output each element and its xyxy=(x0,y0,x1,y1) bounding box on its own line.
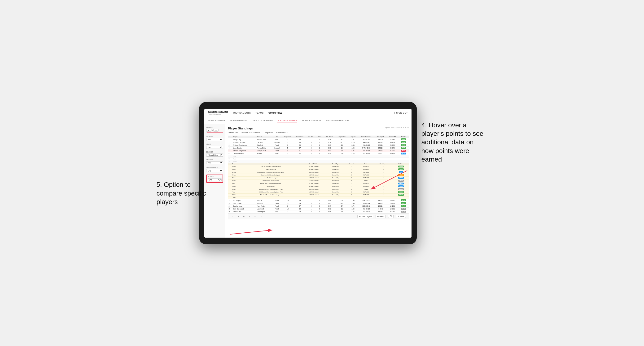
table-row: 26 Petr Hruby Washington Fifth 7 23 0 0 … xyxy=(228,210,409,213)
inner-badge[interactable]: 30.47 xyxy=(398,185,404,187)
vs25-1: 29-15-0 xyxy=(375,138,387,141)
inner-table-row: DavidWilliams CupNCAA Division IMatch Pl… xyxy=(228,185,409,188)
sub-nav-team-h2h-heatmap[interactable]: TEAM H2H HEATMAP xyxy=(252,118,273,123)
slider-fill xyxy=(207,133,223,133)
clock-btn[interactable]: ⏱ xyxy=(260,215,263,218)
col-yr: Yr xyxy=(272,136,282,138)
points-badge-3[interactable]: 70.2 xyxy=(401,144,406,146)
inner-badge[interactable]: 73.28 xyxy=(398,174,404,176)
inner-badge[interactable]: 25.36 xyxy=(398,188,404,190)
tablet-screen: SCOREBOARD Powered by clippi TOURNAMENTS… xyxy=(204,109,412,238)
nav-teams[interactable]: TEAMS xyxy=(256,111,264,115)
sidebar-no-rds: No Rds. - xyxy=(206,127,223,133)
inner-badge[interactable]: 56.38 xyxy=(398,191,404,193)
tablet-frame: SCOREBOARD Powered by clippi TOURNAMENTS… xyxy=(199,102,417,244)
points-badge-1[interactable]: 69.2 xyxy=(401,138,406,140)
col-avg-sg: Avg SG xyxy=(348,136,358,138)
comment-btn[interactable]: 💬 xyxy=(388,215,394,218)
col-wins: Wins xyxy=(316,136,323,138)
inner-col-player: Player xyxy=(228,163,240,165)
table-row: 8 Mats xyxy=(228,158,409,160)
points-badge-5[interactable]: 80.9 xyxy=(401,150,406,152)
inner-col-division: Event Division xyxy=(302,163,326,165)
inner-badge[interactable]: 53.60 xyxy=(398,169,404,170)
points-badge-6[interactable]: 68.18 xyxy=(401,153,406,155)
nav-committee[interactable]: COMMITTEE xyxy=(268,111,282,115)
inner-table-row: Terhi xyxy=(228,196,409,199)
no-rds-to-input[interactable] xyxy=(213,129,218,132)
view-original-btn[interactable]: 👁 View: Original xyxy=(357,215,373,218)
inner-table-row: Alex CFallen Oak Collegiate Invitational… xyxy=(228,182,409,185)
sign-out-link[interactable]: Sign out xyxy=(396,111,408,115)
inner-table-row: BrentWake Forest Invitational at Pinehur… xyxy=(228,171,409,173)
no-rds-from-input[interactable] xyxy=(206,129,212,132)
region-select[interactable]: N/A All xyxy=(206,161,223,164)
content-area: Player Standings Update time: 27/01/2024… xyxy=(225,124,412,238)
inner-badge[interactable]: 24.11 xyxy=(398,180,404,182)
nav-tournaments[interactable]: TOURNAMENTS xyxy=(233,111,251,115)
table-row: 3 Michael Thorbjornsen Stanford Fourth 1… xyxy=(228,144,409,147)
points-badge-26[interactable]: 58.49 xyxy=(401,211,406,212)
col-points: Points xyxy=(398,136,409,138)
player-1: Wenyi Ding xyxy=(232,138,256,141)
undo-btn[interactable]: ↩ xyxy=(231,215,234,218)
points-badge-25[interactable]: 59.95 xyxy=(401,208,406,210)
nav-links: TOURNAMENTS TEAMS COMMITTEE xyxy=(233,111,394,115)
points-badge-23[interactable]: 60.27 xyxy=(401,202,406,204)
wins-1: 1 xyxy=(316,138,323,141)
points-badge-4[interactable]: 68.3 xyxy=(401,147,406,149)
share-label: Share xyxy=(400,216,404,217)
division-select[interactable]: NCAA Division I xyxy=(206,154,223,157)
conference-select[interactable]: (All) xyxy=(206,169,223,172)
sub-nav-player-h2h-heatmap[interactable]: PLAYER H2H HEATMAP xyxy=(326,118,350,123)
inner-badge[interactable]: 46.7 xyxy=(399,171,404,173)
points-badge-2[interactable]: 76.2 xyxy=(401,141,406,143)
col-adj-score: Adj. Score xyxy=(323,136,336,138)
no-rds-separator: - xyxy=(212,129,213,131)
points-badge-24[interactable]: 60.02 xyxy=(401,205,406,207)
sub-nav-team-h2h-grid[interactable]: TEAM H2H GRID xyxy=(230,118,247,123)
sub-nav-team-summary[interactable]: TEAM SUMMARY xyxy=(208,118,226,123)
annotation-top-right: 4. Hover over a player's points to see a… xyxy=(422,121,488,164)
redo-btn[interactable]: ↪ xyxy=(236,215,240,218)
dash-btn[interactable]: —· xyxy=(253,215,257,218)
copy-btn[interactable]: ⧉ xyxy=(248,215,251,218)
year-select[interactable]: (All) xyxy=(206,146,223,149)
inner-badge[interactable]: 37.57 xyxy=(398,177,404,179)
points-badge-22[interactable]: 60.58 xyxy=(401,199,406,201)
inner-col-event: Event xyxy=(240,163,302,165)
to-par-1: -3.2 xyxy=(336,138,348,141)
logo-area: SCOREBOARD Powered by clippi xyxy=(208,111,228,115)
inner-table-row: MattiMirabeel Maui Jim IntercollegiateNC… xyxy=(228,193,409,196)
tooltip-header-row: Player Event Event Division Event Type R… xyxy=(228,163,409,199)
table-row: 24 Bastien Amat New Mexico Fourth 1 27 2… xyxy=(228,204,409,207)
gender-select[interactable]: Men Women xyxy=(206,138,223,141)
col-vs-top50: Vs Top 50 xyxy=(387,136,398,138)
region-label: Region xyxy=(206,159,223,161)
inner-badge[interactable]: 22.64 xyxy=(398,166,404,168)
filter-gender: Gender: Men xyxy=(228,132,238,134)
share-icon: ⬆ xyxy=(398,215,399,217)
watch-btn[interactable]: ◉ Watch xyxy=(376,215,386,218)
col-overall-record: Overall Record xyxy=(358,136,375,138)
division-label: Division xyxy=(206,151,223,153)
sub-nav-player-summary[interactable]: PLAYER SUMMARY xyxy=(278,118,297,123)
col-player: Player xyxy=(232,136,256,138)
inner-col-wpoints: W Points xyxy=(393,163,408,165)
inner-table-header: Player Event Event Division Event Type R… xyxy=(228,163,409,165)
comment-icon: 💬 xyxy=(390,215,392,217)
adj-score-1: 67.1 xyxy=(323,138,336,141)
nav-right: | Sign out xyxy=(394,111,408,115)
settings-btn[interactable]: ⚙ xyxy=(242,215,246,218)
table-header-row: # Player School Yr Reg Rank Conf Rank No… xyxy=(228,136,409,138)
top-nav: SCOREBOARD Powered by clippi TOURNAMENTS… xyxy=(204,109,412,117)
inner-badge[interactable]: 66.40 xyxy=(398,194,404,196)
sub-nav-player-h2h-grid[interactable]: PLAYER H2H GRID xyxy=(302,118,321,123)
eye-icon: 👁 xyxy=(359,216,361,217)
sidebar-conference: Conference (All) xyxy=(206,167,223,172)
inner-badge[interactable]: 14.50 xyxy=(398,182,404,184)
inner-col-rounds: Rounds xyxy=(345,163,358,165)
sidebar-year: Year (All) xyxy=(206,143,223,149)
points-1[interactable]: 69.2 xyxy=(398,138,409,141)
share-btn[interactable]: ⬆ Share xyxy=(396,215,406,218)
